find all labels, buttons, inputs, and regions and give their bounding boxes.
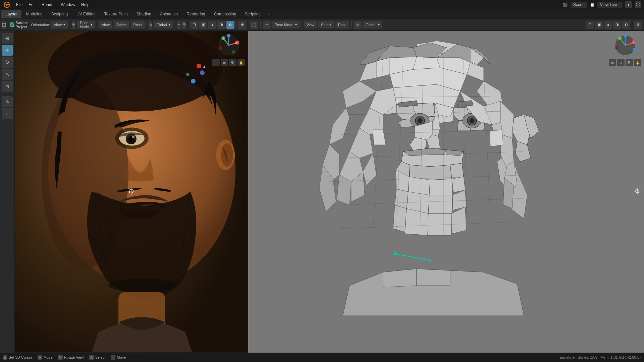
material-btn-r[interactable]: ◑ xyxy=(613,21,621,29)
menu-edit[interactable]: Edit xyxy=(26,2,38,8)
svg-marker-52 xyxy=(396,104,417,120)
proportional-editing[interactable]: ◎ xyxy=(182,21,186,29)
svg-text:2: 2 xyxy=(203,65,205,68)
rotate-tool[interactable]: ↻ xyxy=(2,57,13,68)
svg-marker-51 xyxy=(393,84,460,108)
mode-icon-btn-r[interactable]: ⊹ xyxy=(263,21,271,29)
tab-animation[interactable]: Animation xyxy=(156,10,182,18)
orientation-dropdown[interactable]: View xyxy=(51,21,68,28)
menu-file[interactable]: File xyxy=(13,2,25,8)
transform-gizmo-widget: 2 xyxy=(180,59,207,87)
tab-modeling[interactable]: Modeling xyxy=(22,10,47,18)
tab-sculpting[interactable]: Sculpting xyxy=(47,10,72,18)
svg-point-26 xyxy=(232,50,235,54)
view-menu-btn[interactable]: View xyxy=(99,21,112,28)
tab-scripting[interactable]: Scripting xyxy=(241,10,265,18)
cursor-tool[interactable]: ⊕ xyxy=(2,33,13,44)
gizmo-btn-r[interactable]: ⊕ xyxy=(634,21,642,29)
svg-point-150 xyxy=(615,46,619,50)
solid-shading-btn[interactable]: ● xyxy=(208,21,216,29)
pose-menu-btn-r[interactable]: Pose xyxy=(335,21,349,28)
svg-marker-53 xyxy=(413,103,435,117)
tab-compositing[interactable]: Compositing xyxy=(210,10,240,18)
tab-layout[interactable]: Layout xyxy=(1,10,21,18)
menu-help[interactable]: Help xyxy=(78,2,92,8)
snap-toggle[interactable]: ⊹ xyxy=(177,21,181,29)
view-menu-btn-r[interactable]: View xyxy=(304,21,317,28)
pan-btn-r[interactable]: ✋ xyxy=(634,59,641,66)
view-layer-name[interactable]: View Layer xyxy=(597,2,623,8)
tab-shading[interactable]: Shading xyxy=(132,10,155,18)
svg-point-139 xyxy=(394,252,397,255)
svg-point-29 xyxy=(197,64,201,68)
menu-render[interactable]: Render xyxy=(39,2,57,8)
pivot-dropdown-r[interactable]: ⊙ xyxy=(354,21,362,29)
scale-tool[interactable]: ⤡ xyxy=(2,69,13,80)
grid-view-btn-r[interactable]: ⊞ xyxy=(609,59,616,66)
svg-marker-50 xyxy=(390,68,467,91)
orbit-btn[interactable]: ⊕ xyxy=(221,59,228,66)
wireframe-shading-btn[interactable]: ▣ xyxy=(199,21,207,29)
viewport-right[interactable]: User Perspective (35) armature : Jaw01 xyxy=(248,31,644,353)
global-dropdown-r[interactable]: Global xyxy=(363,21,382,28)
solid-btn-r[interactable]: ● xyxy=(604,21,612,29)
fullscreen-btn[interactable]: ⛶ xyxy=(635,1,641,8)
render-engine-btn[interactable]: ● xyxy=(625,1,632,8)
global-dropdown[interactable]: Global xyxy=(154,21,173,28)
right-vp-nav-icons: X Y 2 ⊞ xyxy=(609,34,641,66)
svg-marker-44 xyxy=(490,111,514,152)
svg-marker-47 xyxy=(329,108,350,145)
rendered-shading-btn[interactable]: ◐ xyxy=(226,21,234,29)
editor-type-btn-r[interactable]: ⬚ xyxy=(250,21,258,29)
select-menu-btn-r[interactable]: Select xyxy=(318,21,334,28)
mode-icon-btn[interactable]: ⊹ xyxy=(72,21,75,29)
rendered-btn-r[interactable]: ◐ xyxy=(622,21,630,29)
pose-mode-btn[interactable]: Pose Mode xyxy=(77,21,95,28)
tab-uv-editing[interactable]: UV Editing xyxy=(72,10,100,18)
svg-point-14 xyxy=(221,143,233,167)
svg-marker-71 xyxy=(370,88,396,115)
scene-name[interactable]: Scene xyxy=(571,2,587,8)
pose-mode-btn-r[interactable]: Pose Mode xyxy=(272,21,300,28)
gizmo-btn[interactable]: ⊕ xyxy=(238,21,246,29)
svg-marker-133 xyxy=(457,101,473,106)
grid-view-btn[interactable]: ⊞ xyxy=(212,59,220,66)
overlay-btn-r[interactable]: ⊟ xyxy=(586,21,594,29)
orbit-btn-r[interactable]: ⊕ xyxy=(617,59,625,66)
svg-marker-116 xyxy=(417,269,450,286)
measure-tool[interactable]: ↔ xyxy=(2,108,13,119)
svg-marker-59 xyxy=(458,120,470,131)
move-tool[interactable]: ✛ xyxy=(2,45,13,56)
viewport-left[interactable]: X Y ⊞ ⊕ xyxy=(15,31,248,353)
surface-project-checkbox[interactable] xyxy=(10,22,14,27)
svg-marker-42 xyxy=(343,81,376,108)
svg-marker-41 xyxy=(360,58,390,81)
material-shading-btn[interactable]: ◑ xyxy=(217,21,225,29)
wireframe-btn-r[interactable]: ▣ xyxy=(595,21,603,29)
overlay-btn[interactable]: ⊟ xyxy=(190,21,198,29)
menu-window[interactable]: Window xyxy=(58,2,78,8)
svg-marker-99 xyxy=(413,57,440,69)
tab-rendering[interactable]: Rendering xyxy=(182,10,209,18)
left-vp-gizmo[interactable]: X Y xyxy=(217,34,240,57)
pivot-dropdown[interactable]: ⊙ xyxy=(149,21,152,29)
svg-point-9 xyxy=(126,134,137,144)
zoom-btn-r[interactable]: 🔍 xyxy=(626,59,633,66)
tab-add[interactable]: + xyxy=(265,10,273,18)
svg-point-30 xyxy=(200,70,205,75)
pose-menu-btn[interactable]: Pose xyxy=(131,21,145,28)
tab-texture-paint[interactable]: Texture Paint xyxy=(100,10,132,18)
svg-text:2: 2 xyxy=(636,38,637,41)
svg-marker-104 xyxy=(437,44,470,63)
select-menu-btn[interactable]: Select xyxy=(114,21,129,28)
pan-btn[interactable]: ✋ xyxy=(237,59,245,66)
zoom-btn[interactable]: 🔍 xyxy=(229,59,236,66)
transform-tool[interactable]: ⊞ xyxy=(2,81,13,92)
annotate-tool[interactable]: ✎ xyxy=(2,96,13,107)
right-vp-gizmo[interactable]: X Y 2 xyxy=(613,34,637,57)
editor-type-btn[interactable]: ⬚ xyxy=(2,21,6,29)
svg-marker-78 xyxy=(504,162,517,192)
svg-point-27 xyxy=(227,34,230,37)
status-info: armature | Bones: 1/89 | Mem: 1.31 GB | … xyxy=(560,355,641,359)
svg-marker-72 xyxy=(360,108,383,135)
